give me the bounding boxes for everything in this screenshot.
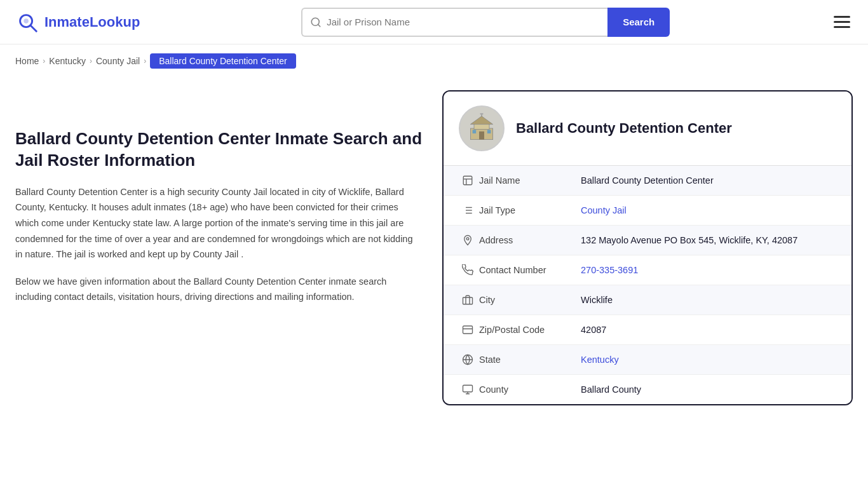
county-label: County <box>479 384 581 395</box>
description-2: Below we have given information about th… <box>15 274 422 305</box>
svg-line-1 <box>31 25 37 31</box>
table-row: Address 132 Mayolo Avenue PO Box 545, Wi… <box>444 226 851 255</box>
svg-point-2 <box>24 18 29 24</box>
search-button[interactable]: Search <box>607 8 670 37</box>
globe-icon <box>459 354 477 365</box>
zip-label: Zip/Postal Code <box>479 325 581 335</box>
location-icon <box>459 234 477 246</box>
contact-label: Contact Number <box>479 265 581 275</box>
county-value: Ballard County <box>581 384 641 395</box>
jail-icon <box>459 175 477 186</box>
page-title: Ballard County Detention Center Inmate S… <box>15 128 422 172</box>
city-value: Wicklife <box>581 295 613 305</box>
svg-rect-13 <box>463 176 472 185</box>
jail-type-link[interactable]: County Jail <box>581 205 627 215</box>
city-label: City <box>479 295 581 305</box>
table-row: State Kentucky <box>444 345 851 375</box>
card-header: Ballard County Detention Center <box>444 92 851 166</box>
county-icon <box>459 384 477 395</box>
state-link[interactable]: Kentucky <box>581 355 619 365</box>
info-table: Jail Name Ballard County Detention Cente… <box>444 166 851 404</box>
search-input-wrap <box>301 8 607 37</box>
svg-line-4 <box>318 24 320 26</box>
facility-image <box>459 105 505 151</box>
jail-name-label: Jail Name <box>479 175 581 186</box>
svg-rect-23 <box>463 297 473 304</box>
table-row: Jail Type County Jail <box>444 196 851 226</box>
breadcrumb-kentucky[interactable]: Kentucky <box>49 56 86 66</box>
svg-rect-9 <box>473 130 477 133</box>
svg-rect-8 <box>479 132 484 140</box>
logo[interactable]: InmateLookup <box>15 10 140 34</box>
svg-rect-24 <box>463 326 473 334</box>
svg-rect-12 <box>480 113 484 114</box>
building-icon <box>466 113 497 144</box>
breadcrumb: Home › Kentucky › County Jail › Ballard … <box>0 44 868 78</box>
phone-link[interactable]: 270-335-3691 <box>581 265 638 275</box>
state-label: State <box>479 355 581 365</box>
jail-type-value: County Jail <box>581 205 627 215</box>
breadcrumb-sep-1: › <box>43 57 45 65</box>
breadcrumb-sep-2: › <box>90 57 92 65</box>
hamburger-menu[interactable] <box>831 13 853 30</box>
address-label: Address <box>479 235 581 245</box>
zip-icon <box>459 324 477 336</box>
svg-point-22 <box>466 238 469 240</box>
table-row: County Ballard County <box>444 375 851 404</box>
breadcrumb-home[interactable]: Home <box>15 56 39 66</box>
zip-value: 42087 <box>581 325 606 335</box>
header: InmateLookup Search <box>0 0 868 44</box>
svg-rect-28 <box>463 385 473 392</box>
svg-marker-7 <box>470 116 492 125</box>
city-icon <box>459 294 477 306</box>
table-row: Zip/Postal Code 42087 <box>444 315 851 345</box>
contact-value: 270-335-3691 <box>581 265 638 275</box>
address-value: 132 Mayolo Avenue PO Box 545, Wicklife, … <box>581 235 797 245</box>
search-area: Search <box>301 8 670 37</box>
jail-type-label: Jail Type <box>479 205 581 215</box>
table-row: Jail Name Ballard County Detention Cente… <box>444 166 851 196</box>
search-input[interactable] <box>327 17 600 27</box>
main-layout: Ballard County Detention Center Inmate S… <box>0 78 868 418</box>
breadcrumb-county-jail[interactable]: County Jail <box>96 56 140 66</box>
table-row: Contact Number 270-335-3691 <box>444 255 851 285</box>
table-row: City Wicklife <box>444 285 851 315</box>
logo-icon <box>15 10 39 34</box>
description-1: Ballard County Detention Center is a hig… <box>15 184 422 262</box>
jail-name-value: Ballard County Detention Center <box>581 175 714 186</box>
logo-text: InmateLookup <box>44 14 140 30</box>
breadcrumb-sep-3: › <box>144 57 146 65</box>
search-icon <box>310 17 322 28</box>
left-content: Ballard County Detention Center Inmate S… <box>15 90 422 405</box>
card-title: Ballard County Detention Center <box>516 120 732 137</box>
state-value: Kentucky <box>581 355 619 365</box>
phone-icon <box>459 264 477 276</box>
breadcrumb-current: Ballard County Detention Center <box>150 53 296 69</box>
svg-rect-10 <box>487 130 491 133</box>
list-icon <box>459 205 477 216</box>
facility-card: Ballard County Detention Center Jail Nam… <box>442 90 853 405</box>
